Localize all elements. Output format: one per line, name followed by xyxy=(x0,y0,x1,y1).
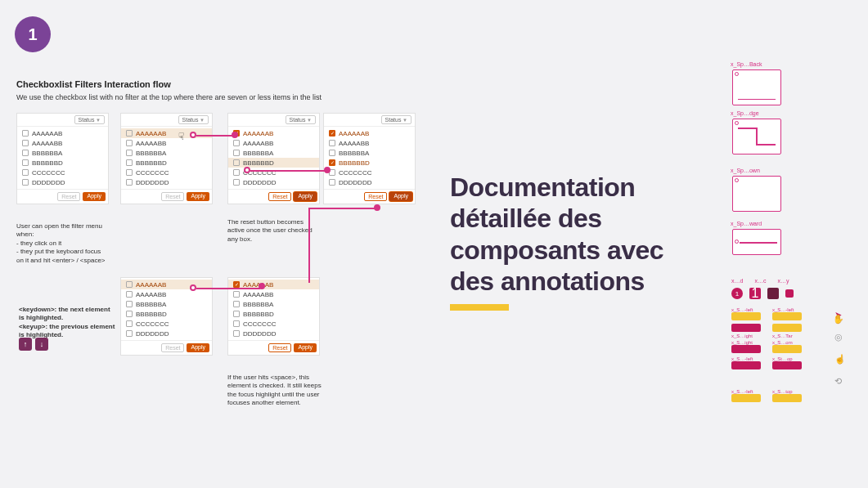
checkbox[interactable] xyxy=(126,130,133,137)
apply-button[interactable]: Apply xyxy=(294,343,317,352)
anno-dot xyxy=(232,132,238,138)
checkbox[interactable] xyxy=(126,320,133,327)
filter-card-multi: Status AAAAAAB AAAAABB BBBBBBA BBBBBBD C… xyxy=(323,113,416,204)
checkbox[interactable] xyxy=(126,281,133,288)
reset-button[interactable]: Reset xyxy=(268,192,291,201)
doc-subtitle: We use the checkbox list with no filter … xyxy=(16,93,322,101)
anno-arrow xyxy=(308,208,310,283)
spec-thumb-edge xyxy=(732,119,781,154)
checkbox[interactable] xyxy=(233,281,240,288)
heading-underline xyxy=(450,304,509,311)
checkbox[interactable] xyxy=(22,159,29,166)
status-dropdown[interactable]: Status xyxy=(381,115,412,124)
note-reset-active: The reset button becomes active once the… xyxy=(227,218,322,244)
reset-button[interactable]: Reset xyxy=(57,192,80,201)
reset-button[interactable]: Reset xyxy=(161,192,184,201)
filter-card-checked: Status AAAAAAB AAAAABB BBBBBBA BBBBBBD C… xyxy=(227,113,320,204)
anno-arrow xyxy=(250,170,326,172)
square-badge-icon xyxy=(785,289,794,298)
target-icon: ◎ xyxy=(834,332,846,342)
badge-row-labels: x…d x…c x…y xyxy=(731,278,789,284)
apply-button[interactable]: Apply xyxy=(294,192,317,201)
status-dropdown[interactable]: Status xyxy=(74,115,105,124)
reset-button[interactable]: Reset xyxy=(161,343,184,352)
anno-dot xyxy=(374,204,380,211)
checkbox[interactable] xyxy=(22,179,29,186)
slide-heading: Documentation détaillée des composants a… xyxy=(450,172,704,298)
checkbox[interactable] xyxy=(233,330,240,337)
apply-button[interactable]: Apply xyxy=(83,192,106,201)
checkbox[interactable] xyxy=(233,140,240,146)
apply-button[interactable]: Apply xyxy=(389,192,412,201)
status-dropdown[interactable]: Status xyxy=(286,115,316,124)
checkbox[interactable] xyxy=(126,330,133,337)
spec-thumb-own xyxy=(732,176,781,212)
anno-dot xyxy=(190,132,196,138)
doc-title: Checkboxlist Filters Interaction flow xyxy=(16,79,171,89)
checkbox[interactable] xyxy=(233,159,240,166)
checkbox[interactable] xyxy=(126,169,133,176)
anno-arrow xyxy=(196,135,233,137)
status-dropdown[interactable]: Status xyxy=(178,115,209,124)
spec-chip: x_St…op xyxy=(772,356,802,371)
reset-button[interactable]: Reset xyxy=(268,343,291,352)
hand-outline-icon: ✋ xyxy=(833,314,844,325)
checkbox[interactable] xyxy=(329,179,335,186)
checkbox[interactable] xyxy=(233,301,240,307)
spec-chip: x_S…Tar xyxy=(772,324,802,338)
note-space: If the user hits <space>, this element i… xyxy=(227,374,322,408)
checkbox[interactable] xyxy=(233,291,240,298)
anno-arrow xyxy=(196,288,260,289)
spec-chip: x_S…-left xyxy=(772,307,802,322)
arrow-key-icons: ↑ ↓ xyxy=(19,338,48,351)
spec-chip: x_S…ight xyxy=(731,324,761,338)
checkbox[interactable] xyxy=(126,159,133,166)
checkbox[interactable] xyxy=(22,169,29,176)
spec-thumb-ward xyxy=(732,229,781,255)
spec-chip: x_S…om xyxy=(772,340,802,355)
square-badge-icon xyxy=(767,288,779,299)
checkbox[interactable] xyxy=(233,169,240,176)
apply-button[interactable]: Apply xyxy=(187,192,209,201)
checkbox[interactable] xyxy=(126,311,133,317)
reset-button[interactable]: Reset xyxy=(364,192,387,201)
thumb-label: x_Sp…own xyxy=(731,168,760,173)
checkbox[interactable] xyxy=(233,311,240,317)
note-open-filter: User can open the filter menu when: - th… xyxy=(16,222,106,265)
checkbox[interactable] xyxy=(233,320,240,327)
checkbox[interactable] xyxy=(22,150,29,156)
spec-chip: x_S…ight xyxy=(731,340,761,355)
checkbox[interactable] xyxy=(22,140,29,146)
checkbox[interactable] xyxy=(329,150,335,156)
checkbox[interactable] xyxy=(126,301,133,307)
checkbox[interactable] xyxy=(329,159,335,166)
anno-dot xyxy=(259,283,265,289)
filter-card-initial: Status AAAAAAB AAAAABB BBBBBBA BBBBBBD C… xyxy=(16,113,109,204)
checkbox[interactable] xyxy=(329,140,335,146)
arrow-down-icon: ↓ xyxy=(35,338,48,351)
checkbox[interactable] xyxy=(233,179,240,186)
round-badge-icon: 1 xyxy=(731,288,743,299)
anno-arrow xyxy=(308,208,376,209)
checkbox[interactable] xyxy=(22,130,29,137)
checkbox[interactable] xyxy=(126,150,133,156)
checkbox[interactable] xyxy=(126,140,133,146)
anno-dot xyxy=(324,167,331,173)
spec-thumb-back xyxy=(732,69,781,105)
apply-button[interactable]: Apply xyxy=(187,343,209,352)
checkbox[interactable] xyxy=(233,150,240,156)
touch-icon: ☝ xyxy=(834,354,846,365)
anno-dot xyxy=(190,284,196,291)
slide-number-badge: 1 xyxy=(15,16,51,52)
checkbox[interactable] xyxy=(329,130,335,137)
checkbox[interactable] xyxy=(126,291,133,298)
checkbox[interactable] xyxy=(126,179,133,186)
thumb-label: x_Sp…ward xyxy=(731,221,762,226)
filter-card-hover: Status AAAAAAB AAAAABB BBBBBBA BBBBBBD C… xyxy=(120,113,213,204)
spec-chip: x_S…-left xyxy=(731,307,761,322)
thumb-label: x_Sp…dge xyxy=(731,110,759,116)
arrow-up-icon: ↑ xyxy=(19,338,32,351)
spec-chip: x_S…-left xyxy=(731,356,761,371)
square-badge-icon: 1 xyxy=(749,288,761,299)
anno-dot xyxy=(244,167,250,173)
